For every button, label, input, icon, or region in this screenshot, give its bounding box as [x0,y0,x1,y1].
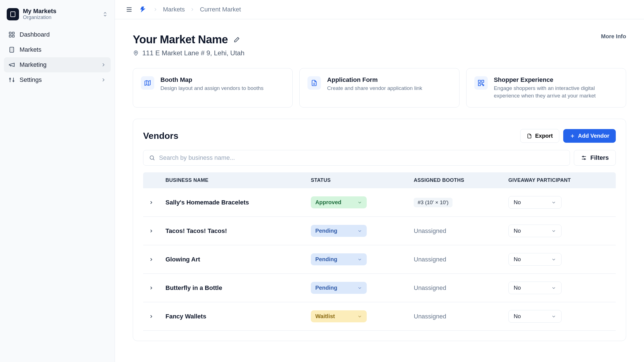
expand-row-icon[interactable] [143,217,160,245]
expand-row-icon[interactable] [143,188,160,217]
card-desc: Create and share vendor application link [327,85,422,92]
col-business-name: BUSINESS NAME [160,172,305,188]
svg-rect-9 [9,35,11,37]
svg-point-21 [13,80,14,82]
chevron-down-icon [357,200,362,205]
status-label: Pending [315,285,337,291]
giveaway-select[interactable]: No [508,310,562,323]
vendor-name: Fancy Wallets [160,302,305,331]
dashboard-icon [8,31,15,38]
filters-label: Filters [590,154,609,161]
assigned-booth-cell: Unassigned [408,274,503,302]
card-shopper-experience[interactable]: Shopper Experience Engage shoppers with … [466,68,626,108]
status-select[interactable]: Pending [311,282,367,294]
booth-unassigned: Unassigned [414,313,446,320]
chevron-down-icon [357,285,362,290]
svg-rect-7 [9,32,11,34]
chevron-down-icon [551,314,556,319]
giveaway-value: No [514,199,521,206]
menu-toggle-icon[interactable] [126,6,133,13]
giveaway-value: No [514,313,521,320]
nav-markets[interactable]: Markets [4,42,111,57]
svg-rect-11 [10,47,14,52]
vendor-search-input[interactable] [159,154,564,161]
status-select[interactable]: Approved [311,196,367,208]
sliders-icon [581,155,587,161]
nav-settings[interactable]: Settings [4,72,111,87]
svg-rect-35 [478,84,480,86]
expand-row-icon[interactable] [143,274,160,302]
chevron-right-icon [190,7,195,12]
assigned-booth-cell: #3 (10' × 10') [408,188,503,217]
expand-row-icon[interactable] [143,302,160,331]
status-select[interactable]: Waitlist [311,310,367,322]
chevron-down-icon [551,200,556,205]
assigned-booth-cell: Unassigned [408,302,503,331]
qr-icon [474,76,488,90]
vendors-title: Vendors [143,131,178,141]
giveaway-select[interactable]: No [508,282,562,294]
chevron-right-icon [101,77,106,83]
chevron-right-icon [101,62,106,68]
giveaway-value: No [514,285,521,291]
vendor-search[interactable] [143,150,570,166]
chevron-down-icon [551,228,556,234]
nav-label: Dashboard [20,31,50,38]
chevrons-up-down-icon [102,11,108,17]
file-export-icon [527,133,532,139]
breadcrumb-markets[interactable]: Markets [163,6,185,13]
svg-rect-37 [483,85,484,86]
svg-rect-34 [482,80,484,82]
status-select[interactable]: Pending [311,225,367,237]
expand-row-icon[interactable] [143,245,160,274]
org-switcher[interactable]: My Markets Organization [4,6,111,23]
booth-tag: #3 (10' × 10') [414,198,452,207]
filters-button[interactable]: Filters [574,150,616,166]
vendors-panel: Vendors Export Add Vendor [133,119,626,341]
vendor-row: Glowing ArtPendingUnassignedNo [143,245,616,274]
giveaway-select[interactable]: No [508,225,562,237]
org-subtitle: Organization [23,15,98,20]
card-desc: Engage shoppers with an interactive digi… [494,85,618,99]
vendor-row: Sally's Homemade BraceletsApproved#3 (10… [143,188,616,217]
market-address: 111 E Market Lane # 9, Lehi, Utah [142,49,245,57]
booth-unassigned: Unassigned [414,284,446,291]
vendor-name: Sally's Homemade Bracelets [160,188,305,217]
export-button[interactable]: Export [520,129,559,143]
page-title: Your Market Name [133,33,228,46]
assigned-booth-cell: Unassigned [408,217,503,245]
chevron-right-icon [153,7,158,12]
map-pin-icon [133,50,139,56]
svg-rect-10 [12,35,14,37]
card-desc: Design layout and assign vendors to boot… [160,85,264,92]
file-icon [307,76,321,90]
nav-label: Markets [20,46,41,53]
megaphone-icon [8,61,15,68]
more-info-link[interactable]: More Info [601,33,626,40]
giveaway-select[interactable]: No [508,253,562,266]
breadcrumb-current: Current Market [200,6,241,13]
edit-icon[interactable] [233,36,240,43]
card-title: Application Form [327,76,422,84]
sidebar: My Markets Organization Dashboard Market… [0,0,115,362]
chevron-down-icon [551,285,556,290]
vendor-row: Butterfly in a BottlePendingUnassignedNo [143,274,616,302]
svg-point-40 [150,156,154,159]
nav-marketing[interactable]: Marketing [4,57,111,72]
status-select[interactable]: Pending [311,253,367,265]
assigned-booth-cell: Unassigned [408,245,503,274]
app-logo-icon[interactable] [139,6,147,13]
nav-label: Settings [20,76,42,84]
card-title: Booth Map [160,76,264,84]
nav-dashboard[interactable]: Dashboard [4,27,111,42]
export-label: Export [535,133,553,139]
status-label: Waitlist [315,313,335,320]
org-name: My Markets [23,8,98,15]
add-vendor-button[interactable]: Add Vendor [563,129,616,143]
card-booth-map[interactable]: Booth Map Design layout and assign vendo… [133,68,293,108]
giveaway-select[interactable]: No [508,196,562,209]
map-icon [141,76,154,90]
action-cards-row: Booth Map Design layout and assign vendo… [133,68,626,108]
card-application-form[interactable]: Application Form Create and share vendor… [299,68,459,108]
col-assigned-booths: ASSIGNED BOOTHS [408,172,503,188]
